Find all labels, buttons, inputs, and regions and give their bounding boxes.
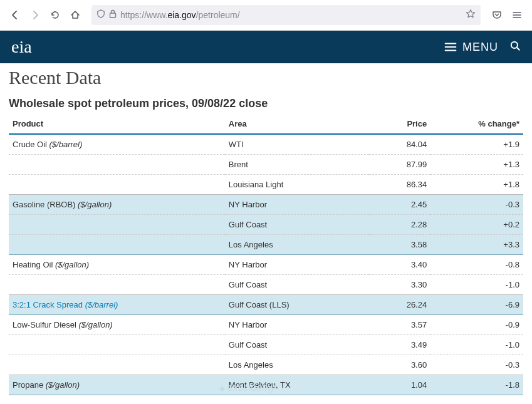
prices-table: Product Area Price % change* Crude Oil (… — [9, 114, 523, 395]
app-menu-icon[interactable] — [508, 6, 526, 24]
cell-area: Los Angeles — [225, 355, 369, 375]
cell-area: Gulf Coast — [225, 275, 369, 295]
cell-product — [9, 235, 225, 255]
cell-change: -0.3 — [430, 355, 523, 375]
table-row: Heating Oil ($/gallon)NY Harbor3.40-0.8 — [9, 255, 523, 275]
cell-product: Crude Oil ($/barrel) — [9, 134, 225, 155]
table-row: Gulf Coast3.49-1.0 — [9, 335, 523, 355]
cell-product — [9, 215, 225, 235]
table-row: Louisiana Light86.34+1.8 — [9, 175, 523, 195]
cell-product: Low-Sulfur Diesel ($/gallon) — [9, 315, 225, 335]
cell-change: -1.0 — [430, 275, 523, 295]
browser-toolbar: https://www.eia.gov/petroleum/ — [0, 0, 532, 31]
cell-price: 3.57 — [369, 315, 431, 335]
cell-price: 84.04 — [369, 134, 431, 155]
table-row: 3:2:1 Crack Spread ($/barrel)Gulf Coast … — [9, 295, 523, 315]
cell-price: 26.24 — [369, 295, 431, 315]
cell-price: 3.40 — [369, 255, 431, 275]
table-row: Crude Oil ($/barrel)WTI84.04+1.9 — [9, 134, 523, 155]
col-product: Product — [9, 114, 225, 134]
url-bar[interactable]: https://www.eia.gov/petroleum/ — [91, 5, 481, 25]
cell-product — [9, 355, 225, 375]
cell-product: Propane ($/gallon) — [9, 375, 225, 395]
table-row: Gulf Coast2.28+0.2 — [9, 215, 523, 235]
table-row: Brent87.99+1.3 — [9, 155, 523, 175]
cell-product — [9, 335, 225, 355]
page-title: Recent Data — [9, 67, 523, 88]
cell-price: 1.04 — [369, 375, 431, 395]
table-row: Los Angeles3.60-0.3 — [9, 355, 523, 375]
cell-product — [9, 155, 225, 175]
shield-icon — [96, 9, 105, 21]
cell-area: Gulf Coast (LLS) — [225, 295, 369, 315]
cell-change: -1.0 — [430, 335, 523, 355]
reload-button[interactable] — [46, 6, 64, 24]
cell-price: 3.60 — [369, 355, 431, 375]
table-row: Low-Sulfur Diesel ($/gallon)NY Harbor3.5… — [9, 315, 523, 335]
cell-area: NY Harbor — [225, 255, 369, 275]
home-button[interactable] — [66, 6, 84, 24]
cell-price: 2.45 — [369, 195, 431, 215]
lock-icon — [109, 9, 117, 21]
col-change: % change* — [430, 114, 523, 134]
menu-label: MENU — [462, 41, 498, 54]
cell-change: +1.8 — [430, 175, 523, 195]
cell-change: +1.9 — [430, 134, 523, 155]
section-title: Wholesale spot petroleum prices, 09/08/2… — [9, 97, 523, 110]
cell-area: Brent — [225, 155, 369, 175]
cell-change: +1.3 — [430, 155, 523, 175]
cell-area: Gulf Coast — [225, 335, 369, 355]
cell-change: -0.3 — [430, 195, 523, 215]
bookmark-star-icon[interactable] — [466, 9, 476, 21]
menu-button[interactable]: MENU — [444, 40, 498, 54]
site-logo[interactable]: eia — [11, 37, 32, 57]
cell-change: -0.9 — [430, 315, 523, 335]
table-row: Gulf Coast3.30-1.0 — [9, 275, 523, 295]
cell-price: 2.28 — [369, 215, 431, 235]
pocket-icon[interactable] — [488, 6, 506, 24]
cell-price: 86.34 — [369, 175, 431, 195]
url-text: https://www.eia.gov/petroleum/ — [120, 10, 240, 20]
cell-product — [9, 275, 225, 295]
cell-area: NY Harbor — [225, 195, 369, 215]
cell-change: -0.8 — [430, 255, 523, 275]
forward-button[interactable] — [26, 6, 44, 24]
cell-price: 87.99 — [369, 155, 431, 175]
table-row: Gasoline (RBOB) ($/gallon)NY Harbor2.45-… — [9, 195, 523, 215]
back-button[interactable] — [6, 6, 24, 24]
svg-rect-0 — [110, 13, 116, 18]
cell-area: NY Harbor — [225, 315, 369, 335]
col-area: Area — [225, 114, 369, 134]
cell-price: 3.58 — [369, 235, 431, 255]
table-row: Los Angeles3.58+3.3 — [9, 235, 523, 255]
search-button[interactable] — [509, 40, 521, 54]
site-header: eia MENU — [0, 31, 532, 63]
cell-product: Heating Oil ($/gallon) — [9, 255, 225, 275]
cell-change: +0.2 — [430, 215, 523, 235]
cell-product — [9, 175, 225, 195]
cell-price: 3.49 — [369, 335, 431, 355]
table-row: Propane ($/gallon)Mont Belvieu, TX1.04-1… — [9, 375, 523, 395]
cell-change: +3.3 — [430, 235, 523, 255]
page-content: Recent Data Wholesale spot petroleum pri… — [0, 63, 532, 395]
cell-area: Gulf Coast — [225, 215, 369, 235]
col-price: Price — [369, 114, 431, 134]
cell-area: Mont Belvieu, TX — [225, 375, 369, 395]
cell-product: Gasoline (RBOB) ($/gallon) — [9, 195, 225, 215]
cell-change: -1.8 — [430, 375, 523, 395]
cell-product[interactable]: 3:2:1 Crack Spread ($/barrel) — [9, 295, 225, 315]
cell-area: Louisiana Light — [225, 175, 369, 195]
cell-area: WTI — [225, 134, 369, 155]
cell-price: 3.30 — [369, 275, 431, 295]
cell-area: Los Angeles — [225, 235, 369, 255]
cell-change: -6.9 — [430, 295, 523, 315]
